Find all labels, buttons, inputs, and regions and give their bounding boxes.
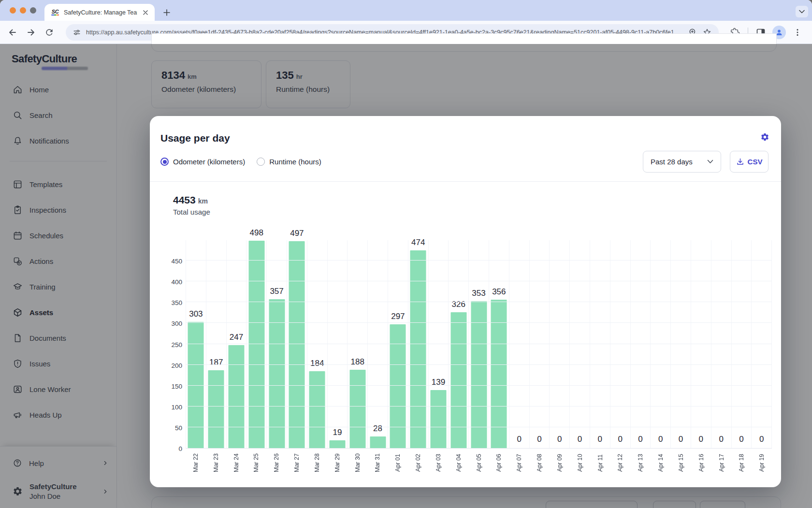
browser-window: SC SafetyCulture: Manage Teams and... <box>0 0 812 508</box>
bar[interactable] <box>329 440 345 448</box>
x-axis-tick-label: Mar 22 <box>186 451 206 475</box>
radio-selected-icon <box>160 158 169 166</box>
x-axis-tick-label: Apr 19 <box>752 451 772 475</box>
bar-value-label: 497 <box>290 229 304 238</box>
chart-bar-group[interactable]: 0 <box>691 240 711 448</box>
reload-button[interactable] <box>41 24 58 41</box>
chart-bar-group[interactable]: 498 <box>246 240 266 448</box>
download-icon <box>736 158 744 166</box>
chart-bar-group[interactable]: 0 <box>650 240 670 448</box>
bar-value-label: 0 <box>618 435 622 444</box>
csv-button-label: CSV <box>748 158 763 166</box>
window-close-button[interactable] <box>10 7 16 14</box>
bar[interactable] <box>269 299 285 448</box>
gridline <box>186 364 772 365</box>
chart-bar-group[interactable]: 0 <box>529 240 550 448</box>
y-axis-tick-label: 250 <box>171 341 182 348</box>
chart-bar-group[interactable]: 0 <box>670 240 691 448</box>
bar-value-label: 498 <box>250 228 263 238</box>
chart-bar-group[interactable]: 326 <box>448 240 468 448</box>
bar[interactable] <box>370 436 386 448</box>
x-axis-tick-label: Apr 12 <box>610 451 630 475</box>
chart-bar-group[interactable]: 297 <box>388 240 408 448</box>
chart-bar-group[interactable]: 497 <box>287 240 307 448</box>
bar-value-label: 188 <box>351 357 364 367</box>
browser-menu-icon[interactable] <box>789 24 806 41</box>
chart-y-axis: 050100150200250300350400450 <box>162 240 186 449</box>
tab-search-button[interactable] <box>796 6 808 17</box>
chart-bar-group[interactable]: 353 <box>468 240 489 448</box>
window-minimize-button[interactable] <box>20 7 26 14</box>
bar-chart: 050100150200250300350400450 303187247498… <box>162 240 772 449</box>
x-axis-tick-label: Mar 28 <box>307 451 327 475</box>
bar-value-label: 0 <box>517 435 521 444</box>
x-axis-tick-label: Apr 17 <box>711 451 732 475</box>
bar-value-label: 0 <box>578 435 582 444</box>
bar-value-label: 356 <box>492 287 506 297</box>
bar[interactable] <box>450 312 466 448</box>
bar-value-label: 0 <box>679 435 683 444</box>
chart-bar-group[interactable]: 0 <box>711 240 731 448</box>
x-axis-tick-label: Mar 23 <box>206 451 226 475</box>
bar[interactable] <box>410 250 426 448</box>
chart-bar-group[interactable]: 474 <box>408 240 428 448</box>
chart-bar-group[interactable]: 357 <box>266 240 287 448</box>
chart-bar-group[interactable]: 0 <box>751 240 771 448</box>
y-axis-tick-label: 350 <box>171 299 182 306</box>
bar[interactable] <box>390 324 406 448</box>
chart-bar-group[interactable]: 187 <box>206 240 226 448</box>
chart-bar-group[interactable]: 0 <box>630 240 651 448</box>
x-axis-tick-label: Apr 18 <box>731 451 752 475</box>
x-axis-tick-label: Apr 04 <box>449 451 469 475</box>
bar[interactable] <box>208 370 224 448</box>
site-settings-icon[interactable] <box>72 28 81 37</box>
chart-bar-group[interactable]: 356 <box>489 240 509 448</box>
bar[interactable] <box>289 241 305 448</box>
tab-close-icon[interactable] <box>141 8 150 17</box>
chart-plot: 3031872474983574971841918828297474139326… <box>186 240 772 449</box>
radio-runtime[interactable]: Runtime (hours) <box>257 158 321 166</box>
bar-value-label: 0 <box>598 435 602 444</box>
chart-bar-group[interactable]: 184 <box>307 240 327 448</box>
back-button[interactable] <box>4 24 21 41</box>
radio-odometer[interactable]: Odometer (kilometers) <box>160 158 245 166</box>
chart-bar-group[interactable]: 303 <box>186 240 206 448</box>
x-axis-tick-label: Apr 11 <box>590 451 610 475</box>
browser-tab[interactable]: SC SafetyCulture: Manage Teams and... <box>44 4 155 21</box>
new-tab-button[interactable] <box>160 6 173 19</box>
date-range-dropdown[interactable]: Past 28 days <box>643 151 721 173</box>
bar[interactable] <box>248 241 264 448</box>
chart-bar-group[interactable]: 0 <box>590 240 610 448</box>
bar[interactable] <box>430 390 446 448</box>
bar[interactable] <box>349 370 365 448</box>
app-area: SafetyCulture HomeSearchNotificationsTem… <box>0 44 812 508</box>
bar-value-label: 0 <box>719 435 723 444</box>
chart-bar-group[interactable]: 28 <box>367 240 388 448</box>
bar[interactable] <box>491 300 507 448</box>
y-axis-tick-label: 150 <box>171 383 182 390</box>
window-controls[interactable] <box>10 7 36 14</box>
bar-value-label: 184 <box>310 359 324 368</box>
chart-bar-group[interactable]: 188 <box>347 240 367 448</box>
chart-bar-group[interactable]: 139 <box>428 240 449 448</box>
chart-bar-group[interactable]: 0 <box>610 240 630 448</box>
x-axis-tick-label: Apr 01 <box>388 451 408 475</box>
chart-bar-group[interactable]: 0 <box>569 240 590 448</box>
chart-bar-group[interactable]: 19 <box>327 240 348 448</box>
window-zoom-button[interactable] <box>30 7 36 14</box>
bar-value-label: 19 <box>333 428 342 437</box>
chart-settings-gear-icon[interactable] <box>760 132 769 142</box>
bar-value-label: 0 <box>638 435 642 444</box>
bar[interactable] <box>228 345 244 448</box>
y-axis-tick-label: 300 <box>171 320 182 327</box>
chart-bar-group[interactable]: 0 <box>509 240 529 448</box>
chart-bar-group[interactable]: 0 <box>731 240 752 448</box>
bar[interactable] <box>309 371 325 448</box>
chart-bar-group[interactable]: 247 <box>226 240 246 448</box>
radio-label: Runtime (hours) <box>269 158 321 166</box>
bar-value-label: 303 <box>189 309 203 319</box>
chart-bar-group[interactable]: 0 <box>549 240 569 448</box>
forward-button[interactable] <box>22 24 40 41</box>
download-csv-button[interactable]: CSV <box>730 151 768 173</box>
gridline <box>186 427 772 427</box>
